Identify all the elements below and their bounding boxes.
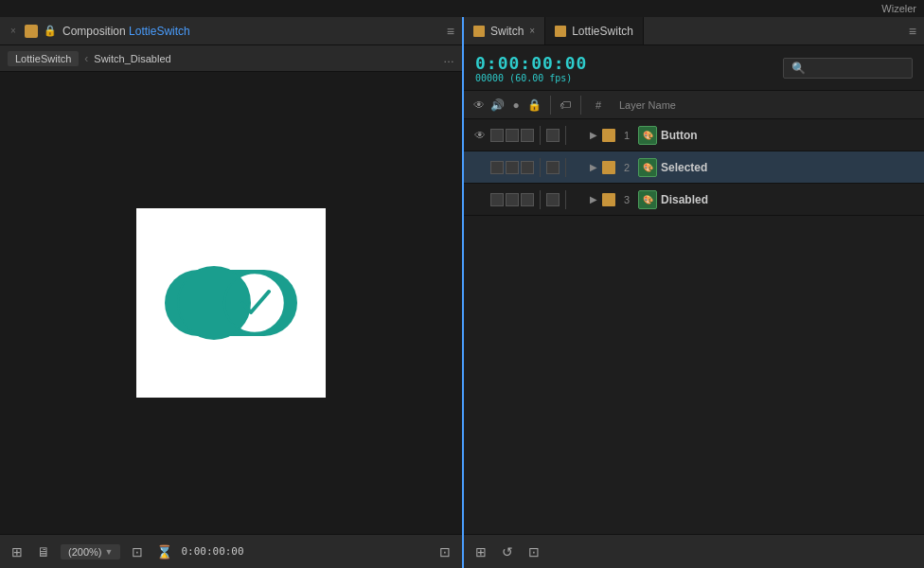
tab-switch-close[interactable]: × (529, 26, 535, 36)
layer-sq2 (506, 193, 519, 206)
layer-type-icon: 🎨 (638, 126, 657, 145)
comp-icon[interactable]: ⊞ (471, 542, 490, 561)
zoom-value: (200%) (68, 546, 101, 558)
layer-name: Selected (661, 161, 707, 174)
tab-lottieswitch-label: LottieSwitch (572, 25, 633, 38)
breadcrumb-more[interactable]: … (443, 52, 454, 65)
row-divider (540, 190, 541, 209)
title-blue: LottieSwitch (129, 25, 190, 38)
header-speaker-icon: 🔊 (490, 97, 506, 114)
right-panel-tabs: Switch × LottieSwitch ≡ (464, 17, 924, 45)
header-tag-icon: 🏷 (559, 97, 574, 114)
breadcrumb-arrow: ‹ (84, 52, 88, 65)
tab-menu[interactable]: ≡ (901, 17, 924, 44)
layer-row-cells (471, 190, 585, 209)
layer-icon-sq (602, 193, 615, 206)
zoom-arrow-icon: ▼ (104, 547, 113, 557)
refresh-icon[interactable]: ↺ (498, 542, 517, 561)
row-divider2 (565, 126, 566, 145)
layer-eye-icon[interactable]: 👁 (471, 127, 489, 144)
left-panel-close[interactable]: × (8, 26, 19, 37)
search-box[interactable]: 🔍 (783, 58, 913, 79)
lock-icon: 🔒 (44, 25, 57, 37)
timecode-main: 0:00:00:00 00000 (60.00 fps) (475, 53, 587, 83)
preview-area (0, 72, 462, 534)
breadcrumb-current: Switch_Disabled (94, 53, 170, 64)
header-divider2 (580, 96, 581, 115)
layer-sq4 (546, 161, 560, 174)
layer-header-name: Layer Name (612, 99, 676, 111)
layer-name: Disabled (661, 193, 708, 206)
fit-icon[interactable]: ⊡ (128, 542, 147, 561)
row-divider (540, 158, 541, 177)
layer-sq1 (490, 193, 504, 206)
timecode-big: 0:00:00:00 (475, 53, 587, 73)
bottom-toolbar: ⊞ 🖥 (200%) ▼ ⊡ ⌛ 0:00:00:00 ⊡ (0, 534, 462, 568)
layer-header-icons: 👁 🔊 ● 🔒 🏷 (471, 96, 585, 115)
header-eye-icon[interactable]: 👁 (471, 97, 487, 114)
timecode-small: 00000 (60.00 fps) (475, 73, 587, 83)
row-divider (540, 126, 541, 145)
search-input[interactable] (809, 62, 904, 74)
monitor-icon[interactable]: 🖥 (34, 542, 53, 561)
search-icon: 🔍 (791, 62, 806, 75)
layer-expand-icon[interactable]: ▶ (585, 191, 602, 208)
mask-icon[interactable]: ⌛ (154, 542, 173, 561)
layer-sq4 (546, 193, 560, 206)
left-panel-menu[interactable]: ≡ (447, 24, 454, 39)
zoom-display[interactable]: (200%) ▼ (61, 544, 120, 559)
settings-icon[interactable]: ⊡ (524, 542, 543, 561)
layer-header-num: # (585, 99, 612, 111)
layer-icon-sq (602, 129, 615, 142)
feather-icon[interactable]: ⊡ (435, 542, 454, 561)
layer-sq1 (490, 161, 504, 174)
layers-list: 👁 ▶ 1 🎨 Button (464, 119, 924, 534)
row-divider2 (565, 158, 566, 177)
layer-num: 3 (615, 194, 638, 205)
top-bar-title: Wizeler (881, 3, 916, 14)
row-divider2 (565, 190, 566, 209)
layer-sq4 (546, 129, 560, 142)
layer-eye-icon[interactable] (471, 159, 489, 176)
tab-lottieswitch[interactable]: LottieSwitch (545, 17, 644, 44)
layer-expand-icon[interactable]: ▶ (585, 159, 602, 176)
layer-sq3 (521, 161, 534, 174)
left-panel: × 🔒 Composition LottieSwitch ≡ LottieSwi… (0, 17, 464, 568)
tab-switch[interactable]: Switch × (464, 17, 545, 44)
layer-expand-icon[interactable]: ▶ (585, 127, 602, 144)
layer-num: 1 (615, 130, 638, 141)
layer-sq2 (506, 161, 519, 174)
layer-row-cells (471, 158, 585, 177)
layer-sq3 (521, 129, 534, 142)
header-divider (550, 96, 551, 115)
layer-row-cells: 👁 (471, 126, 585, 145)
layer-eye-icon[interactable] (471, 191, 489, 208)
left-panel-titlebar: × 🔒 Composition LottieSwitch ≡ (0, 17, 462, 45)
switch-preview-svg (155, 227, 307, 379)
table-row[interactable]: 👁 ▶ 1 🎨 Button (464, 119, 924, 151)
layer-header: 👁 🔊 ● 🔒 🏷 # Layer Name (464, 91, 924, 119)
canvas-white (136, 208, 326, 398)
right-bottom-toolbar: ⊞ ↺ ⊡ (464, 534, 924, 568)
right-panel: Switch × LottieSwitch ≡ 0:00:00:00 00000… (464, 17, 924, 568)
breadcrumb-root[interactable]: LottieSwitch (8, 51, 79, 66)
layer-type-icon: 🎨 (638, 190, 657, 209)
table-row[interactable]: ▶ 2 🎨 Selected (464, 151, 924, 184)
tab-switch-label: Switch (490, 25, 524, 38)
header-lock-icon: 🔒 (527, 97, 542, 114)
left-panel-icon (25, 25, 38, 38)
tab-switch-icon (473, 26, 485, 37)
layer-sq3 (521, 193, 534, 206)
layer-name: Button (661, 129, 698, 142)
left-panel-title: Composition LottieSwitch (62, 25, 190, 38)
layer-sq2 (506, 129, 519, 142)
title-plain: Composition (62, 25, 129, 38)
composition-icon[interactable]: ⊞ (8, 542, 27, 561)
layer-type-icon: 🎨 (638, 158, 657, 177)
table-row[interactable]: ▶ 3 🎨 Disabled (464, 184, 924, 216)
layer-sq1 (490, 129, 504, 142)
bottom-timecode: 0:00:00:00 (181, 545, 243, 558)
breadcrumb: LottieSwitch ‹ Switch_Disabled … (0, 45, 462, 72)
timecode-area: 0:00:00:00 00000 (60.00 fps) 🔍 (464, 45, 924, 91)
layer-icon-sq (602, 161, 615, 174)
